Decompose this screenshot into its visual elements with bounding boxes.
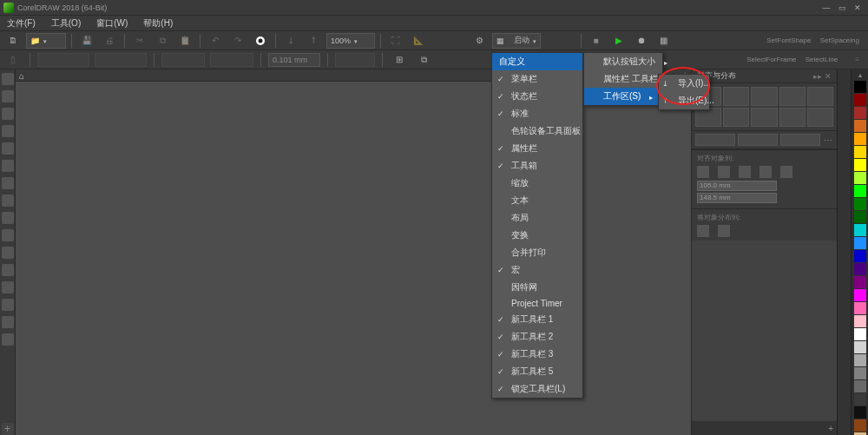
drawing-canvas[interactable]	[16, 82, 691, 435]
color-swatch[interactable]	[854, 380, 866, 392]
color-swatch[interactable]	[854, 172, 866, 184]
dimension-tool[interactable]	[2, 264, 14, 276]
color-swatch[interactable]	[854, 120, 866, 132]
record-button[interactable]: ⏺	[632, 33, 651, 49]
color-swatch[interactable]	[854, 419, 866, 432]
connector-tool[interactable]	[2, 281, 14, 293]
color-swatch[interactable]	[854, 367, 866, 379]
color-swatch[interactable]	[854, 406, 866, 419]
align-middle[interactable]	[807, 87, 833, 106]
align-x-field[interactable]: 105.0 mm	[697, 181, 777, 191]
align-target-edge[interactable]	[718, 166, 730, 178]
align-target-page[interactable]	[697, 166, 709, 178]
workspace-import-item[interactable]: ⤓ 导入(I)...	[659, 75, 709, 92]
ruler-button[interactable]: 📐	[409, 33, 428, 49]
zoom-tool[interactable]	[2, 125, 14, 137]
maximize-button[interactable]: ▭	[835, 2, 849, 14]
artistic-media-tool[interactable]	[2, 160, 14, 172]
crop-button[interactable]: ⧉	[414, 52, 433, 68]
color-swatch[interactable]	[854, 263, 866, 275]
color-swatch[interactable]	[854, 224, 866, 236]
customize-menu-item[interactable]: ✓状态栏	[492, 88, 582, 105]
align-target-3[interactable]	[780, 134, 820, 146]
close-button[interactable]: ✕	[851, 2, 865, 14]
color-swatch[interactable]	[854, 159, 866, 171]
menu-tools[interactable]: 工具(O)	[49, 17, 82, 30]
distribute-center-h[interactable]	[751, 108, 777, 127]
color-swatch[interactable]	[854, 94, 866, 106]
redo-button[interactable]: ↷	[228, 33, 247, 49]
copy-button[interactable]: ⧉	[153, 33, 172, 49]
customize-menu-item[interactable]: ✓新工具栏 2	[492, 328, 582, 346]
rectangle-tool[interactable]	[2, 177, 14, 189]
customize-menu-item[interactable]: ✓新工具栏 1	[492, 311, 582, 328]
color-swatch[interactable]	[854, 276, 866, 288]
color-swatch[interactable]	[854, 393, 866, 405]
page-orientation-button[interactable]: ▯	[3, 52, 23, 68]
align-y-field[interactable]: 148.5 mm	[697, 193, 777, 203]
align-target-point[interactable]	[780, 166, 792, 178]
polygon-tool[interactable]	[2, 212, 14, 224]
crop-tool[interactable]	[2, 108, 14, 120]
macro-button[interactable]: ▦	[654, 33, 674, 49]
color-swatch[interactable]	[854, 354, 866, 366]
palette-scroll-up[interactable]: ▴	[855, 71, 865, 79]
color-swatch[interactable]	[854, 107, 866, 119]
customize-menu-item[interactable]: ✓属性栏	[492, 140, 582, 157]
target-icon[interactable]	[251, 33, 270, 49]
menu-window[interactable]: 窗口(W)	[95, 17, 129, 30]
align-right[interactable]	[751, 87, 777, 106]
customize-menu-item[interactable]: 色轮设备工具面板	[492, 122, 582, 140]
customize-submenu-item[interactable]: 属性栏 工具栏	[584, 70, 662, 88]
panel-menu-icon[interactable]: ▸▸ ✕	[813, 72, 832, 81]
misc-field-2[interactable]	[210, 53, 253, 67]
customize-menu-item[interactable]: ✓宏	[492, 261, 582, 279]
right-vertical-tabs[interactable]	[837, 69, 851, 435]
distribute-right[interactable]	[807, 108, 833, 127]
menu-file[interactable]: 文件(F)	[5, 17, 37, 30]
freehand-tool[interactable]	[2, 142, 14, 155]
align-bottom[interactable]	[695, 108, 721, 127]
minimize-button[interactable]: —	[819, 2, 833, 14]
options-button[interactable]: ⚙	[470, 33, 489, 49]
align-target-2[interactable]	[738, 134, 778, 146]
customize-menu-header[interactable]: 自定义	[492, 53, 582, 70]
open-dropdown[interactable]: 📁	[26, 33, 66, 49]
snap-button[interactable]: ⊞	[390, 52, 409, 68]
toolbox-expand[interactable]: +	[2, 423, 14, 435]
customize-menu-item[interactable]: ✓标准	[492, 105, 582, 122]
align-center-h[interactable]	[723, 87, 749, 106]
color-swatch[interactable]	[854, 302, 866, 314]
transparency-tool[interactable]	[2, 316, 14, 328]
import-button[interactable]: ⤓	[281, 33, 300, 49]
customize-menu-item[interactable]: Project Timer	[492, 296, 582, 311]
cut-button[interactable]: ✂	[130, 33, 149, 49]
align-target-center[interactable]	[739, 166, 751, 178]
customize-menu-item[interactable]: 缩放	[492, 175, 582, 192]
new-document-button[interactable]: 🗎	[3, 33, 23, 49]
eyedropper-tool[interactable]	[2, 333, 14, 346]
text-tool[interactable]	[2, 229, 14, 241]
color-swatch[interactable]	[854, 81, 866, 93]
distribute-left[interactable]	[723, 108, 749, 127]
dock-more-icon[interactable]: ≡	[855, 56, 859, 63]
play-button[interactable]: ▶	[609, 33, 628, 49]
color-swatch[interactable]	[854, 211, 866, 223]
distribute-target-1[interactable]	[697, 225, 709, 237]
print-button[interactable]: 🖨	[100, 33, 119, 49]
customize-menu-item[interactable]: 合并打印	[492, 244, 582, 261]
misc-field-1[interactable]	[161, 53, 205, 67]
dock-add-icon[interactable]: +	[828, 424, 833, 433]
distribute-spacing-h[interactable]	[779, 108, 806, 127]
color-swatch[interactable]	[854, 289, 866, 301]
pick-tool[interactable]	[2, 73, 14, 85]
customize-menu-item[interactable]: ✓新工具栏 3	[492, 346, 582, 363]
page-size-field[interactable]	[37, 53, 89, 67]
color-swatch[interactable]	[854, 237, 866, 249]
color-swatch[interactable]	[854, 328, 866, 340]
color-swatch[interactable]	[854, 341, 866, 353]
welcome-tab-icon[interactable]: ⌂	[19, 71, 30, 80]
ellipse-tool[interactable]	[2, 194, 14, 207]
distribute-target-2[interactable]	[718, 225, 730, 237]
customize-menu-item[interactable]: ✓菜单栏	[492, 70, 582, 88]
